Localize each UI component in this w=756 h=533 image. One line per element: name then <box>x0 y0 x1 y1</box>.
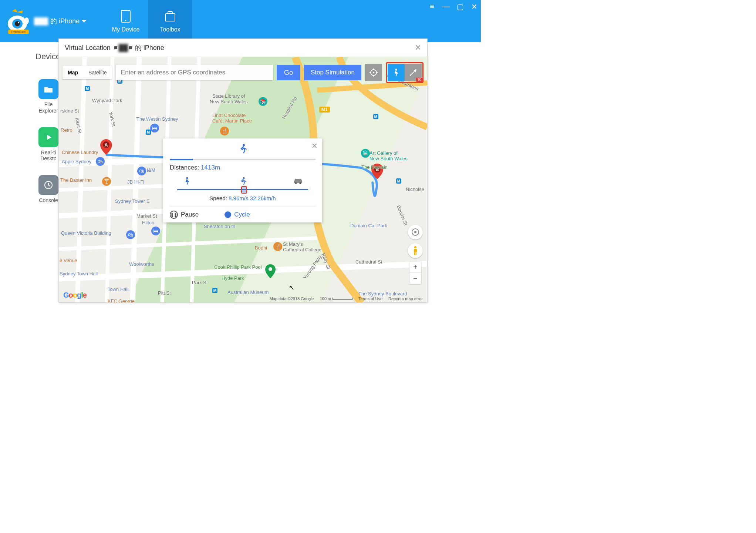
poi-domain: The Domain <box>361 164 388 170</box>
poi-domain-carpark: Domain Car Park <box>350 223 387 228</box>
poi-baxter: The Baxter Inn <box>60 177 92 183</box>
device-selector[interactable]: ███ 的 iPhone <box>34 17 86 26</box>
report-error-link[interactable]: Report a map error <box>388 296 423 301</box>
map-type-map[interactable]: Map <box>63 66 83 79</box>
tool-file-explorer[interactable]: File Explorer <box>36 79 61 114</box>
map-canvas[interactable]: A B Wynyard Wynyard Park State Library o… <box>59 57 427 302</box>
poi-pin-icon: 🍴 <box>273 242 282 251</box>
maximize-icon[interactable]: ▢ <box>456 2 464 11</box>
map-type-toggle: Map Satellite <box>63 66 112 79</box>
street-pitt: Pitt St <box>158 290 171 296</box>
locate-button[interactable] <box>365 64 382 81</box>
search-input[interactable] <box>116 65 273 80</box>
close-icon[interactable]: ✕ <box>470 2 478 11</box>
side-tools: File Explorer Real-ti Deskto Console <box>36 79 61 204</box>
chevron-down-icon <box>82 20 86 23</box>
pegman-button[interactable] <box>408 243 423 258</box>
svg-text:Premium: Premium <box>11 30 26 34</box>
metro-icon <box>146 130 151 135</box>
terms-link[interactable]: Terms of Use <box>358 296 382 301</box>
pause-button[interactable]: ❚❚ Pause <box>170 211 199 219</box>
cycle-button[interactable]: Cycle <box>225 211 250 219</box>
speed-label-text: Speed: <box>209 195 227 201</box>
tool-console[interactable]: Console <box>36 175 61 204</box>
close-icon[interactable]: ✕ <box>311 141 318 150</box>
close-icon[interactable]: ✕ <box>415 43 421 53</box>
marker-a[interactable]: A <box>100 139 112 155</box>
tab-label: Toolbox <box>160 26 180 33</box>
map-widgets: + − <box>408 225 423 284</box>
map-topbar: Map Satellite Go Stop Simulation 10 <box>63 62 423 83</box>
nav-tabs: My Device Toolbox <box>104 0 192 42</box>
titlebar: Premium ███ 的 iPhone My Device Toolbox ≡… <box>0 0 481 42</box>
poi-woolworths: Woolworths <box>129 261 154 267</box>
minimize-icon[interactable]: — <box>442 2 450 11</box>
pause-label: Pause <box>181 211 199 218</box>
street-cathedral: Cathedral St <box>355 259 382 265</box>
poi-st-marys: St Mary's Cathedral College <box>283 241 321 252</box>
tool-label: Console <box>39 197 58 204</box>
svg-text:A: A <box>104 142 108 148</box>
speed-readout: Speed: 8.96m/s 32.26km/h <box>170 195 315 201</box>
walk-mode-button[interactable] <box>388 64 405 81</box>
cycle-label: Cycle <box>234 211 250 218</box>
street-market: Market St <box>136 213 157 219</box>
crosshair-icon <box>369 68 378 77</box>
metro-icon <box>373 114 378 119</box>
tab-toolbox[interactable]: Toolbox <box>148 0 192 42</box>
logo-area: Premium ███ 的 iPhone <box>0 0 104 42</box>
park-pin-icon <box>265 264 276 278</box>
streetview-eye-button[interactable] <box>408 225 423 239</box>
poi-qvb: Queen Victoria Building <box>61 230 111 236</box>
slider-handle[interactable] <box>241 186 247 194</box>
pegman-icon <box>412 246 419 255</box>
poi-pin-icon: 📚 <box>259 97 267 106</box>
poi-retro: Retro <box>61 127 72 133</box>
separator-icon <box>114 46 117 49</box>
mode-buttons-highlight: 10 <box>386 62 423 83</box>
svg-point-2 <box>15 21 20 26</box>
svg-marker-10 <box>47 135 51 140</box>
poi-lindt: Lindt Chocolate Café, Martin Place <box>212 113 252 124</box>
poi-pin-icon: 🍴 <box>220 127 229 135</box>
metro-icon <box>396 178 401 184</box>
svg-point-4 <box>24 17 29 24</box>
app-logo: Premium <box>4 8 30 34</box>
running-icon <box>170 144 315 157</box>
eye-icon <box>411 228 420 237</box>
device-name-suffix: 的 iPhone <box>50 17 80 26</box>
svg-point-24 <box>243 177 245 179</box>
poi-bodhi: Bodhi <box>255 245 267 251</box>
zoom-in-button[interactable]: + <box>409 262 421 273</box>
road-shield-m1: M1 <box>319 107 330 113</box>
distance-readout: Distances: 1413m <box>170 164 315 171</box>
street-park: Park St <box>192 280 208 285</box>
poi-hyde-park: Hyde Park <box>222 275 244 281</box>
svg-point-16 <box>269 267 272 271</box>
poi-pin-icon: 🛍 <box>96 157 105 166</box>
tool-label: Real-ti Deskto <box>40 150 57 162</box>
vl-device-blur: ██ <box>119 44 128 52</box>
progress-fill <box>170 159 193 160</box>
metro-icon <box>85 86 90 91</box>
distance-label: Distances: <box>170 164 199 171</box>
tool-realtime-desktop[interactable]: Real-ti Deskto <box>36 127 61 162</box>
go-button[interactable]: Go <box>277 65 300 80</box>
svg-point-28 <box>414 231 416 233</box>
folder-icon <box>38 79 58 99</box>
speed-value: 8.96m/s 32.26km/h <box>229 195 276 201</box>
simulation-panel: ✕ Distances: 1413m <box>163 138 322 222</box>
speed-slider[interactable] <box>170 177 315 194</box>
stop-simulation-button[interactable]: Stop Simulation <box>304 65 361 80</box>
poi-chinese-laundry: Chinese Laundry <box>62 150 98 155</box>
map-type-satellite[interactable]: Satellite <box>83 66 112 79</box>
route-mode-button[interactable]: 10 <box>405 64 422 81</box>
svg-rect-30 <box>414 249 417 252</box>
svg-point-8 <box>125 20 126 21</box>
scale-value: 100 m <box>320 296 331 301</box>
vl-title: Virtual Location <box>65 44 111 52</box>
zoom-out-button[interactable]: − <box>409 273 421 284</box>
tab-my-device[interactable]: My Device <box>104 0 148 42</box>
menu-icon[interactable]: ≡ <box>428 2 436 11</box>
poi-venue: e Venue <box>60 258 77 263</box>
